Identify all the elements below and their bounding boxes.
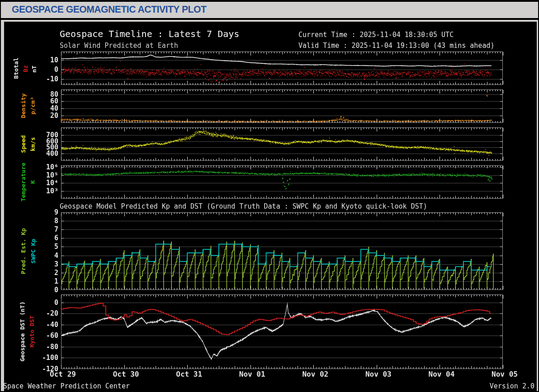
y-tick-label-kp: 9 xyxy=(54,208,58,216)
bz-axis-label: Bz xyxy=(22,65,29,72)
y-tick-label-imf: 0 xyxy=(54,65,58,74)
x-axis-label: Nov 05 xyxy=(492,370,518,378)
x-axis-label: Oct 30 xyxy=(113,370,139,378)
y-tick-label-dst: -20 xyxy=(46,309,58,317)
footer-swpc-label: Space Weather Prediction Center xyxy=(3,382,130,390)
y-tick-label-imf: -10 xyxy=(46,75,58,83)
footer-version-label: Version 2.0 xyxy=(490,382,534,390)
y-tick-label-dst: 0 xyxy=(54,299,58,307)
y-tick-label-temperature: 10⁶ xyxy=(46,163,58,171)
x-axis-label: Oct 31 xyxy=(176,370,202,378)
y-tick-label-temperature: 10⁴ xyxy=(46,179,58,187)
x-axis-label: Nov 04 xyxy=(429,370,455,378)
geospace-activity-window: GEOSPACE GEOMAGNETIC ACTIVITY PLOT Geosp… xyxy=(0,0,539,392)
speed-unit-label: km/s xyxy=(29,137,36,151)
y-tick-label-speed: 400 xyxy=(46,149,58,158)
y-tick-label-dst: -100 xyxy=(42,354,58,362)
y-tick-label-kp: 0 xyxy=(54,286,58,294)
pred-kp-axis-label: Pred. Est. Kp xyxy=(20,228,27,274)
temperature-unit-label: K xyxy=(29,180,36,184)
y-tick-label-kp: 6 xyxy=(54,234,58,242)
btotal-axis-label: Btotal xyxy=(13,58,19,79)
x-axis-label: Nov 02 xyxy=(302,370,328,378)
y-tick-label-imf: 10 xyxy=(50,56,58,64)
plot-title: Geospace Timeline : Latest 7 Days xyxy=(60,28,239,39)
temperature-axis-label: Temperature xyxy=(20,163,27,201)
y-tick-label-kp: 4 xyxy=(54,252,58,260)
valid-time-label: Valid Time : 2025-11-04 19:13:00 (43 min… xyxy=(298,42,494,50)
kp-dst-section-title: Geospace Model Predicted Kp and DST (Gro… xyxy=(60,202,427,210)
y-tick-label-kp: 8 xyxy=(54,217,58,225)
solar-wind-subtitle: Solar Wind Predicted at Earth xyxy=(60,42,178,50)
kyoto-dst-axis-label: Kyoto DST xyxy=(28,316,35,347)
density-unit-label: p/cm³ xyxy=(29,97,36,114)
y-tick-label-kp: 3 xyxy=(54,260,58,268)
current-time-label: Current Time : 2025-11-04 18:30:05 UTC xyxy=(298,31,454,39)
geospace-plot-canvas xyxy=(1,1,539,392)
y-tick-label-dst: -60 xyxy=(46,331,58,340)
y-tick-label-kp: 7 xyxy=(54,225,58,233)
x-axis-label: Nov 03 xyxy=(365,370,392,378)
speed-axis-label: Speed xyxy=(20,135,27,153)
y-tick-label-density: 20 xyxy=(50,112,58,120)
geospace-dst-axis-label: Geospace DST (nT) xyxy=(19,301,26,361)
y-tick-label-dst: -40 xyxy=(46,321,58,329)
x-axis-label: Oct 29 xyxy=(50,370,76,378)
y-tick-label-kp: 2 xyxy=(54,269,58,277)
x-axis-label: Nov 01 xyxy=(239,370,265,378)
y-tick-label-temperature: 10³ xyxy=(46,187,58,195)
density-axis-label: Density xyxy=(20,93,27,118)
swpc-kp-axis-label: SWPC Kp xyxy=(30,239,37,264)
y-tick-label-temperature: 10⁵ xyxy=(46,171,58,179)
y-tick-label-kp: 5 xyxy=(54,243,58,251)
y-tick-label-kp: 1 xyxy=(54,277,58,285)
y-tick-label-dst: -80 xyxy=(46,343,58,351)
nt-axis-label: nT xyxy=(31,65,38,73)
